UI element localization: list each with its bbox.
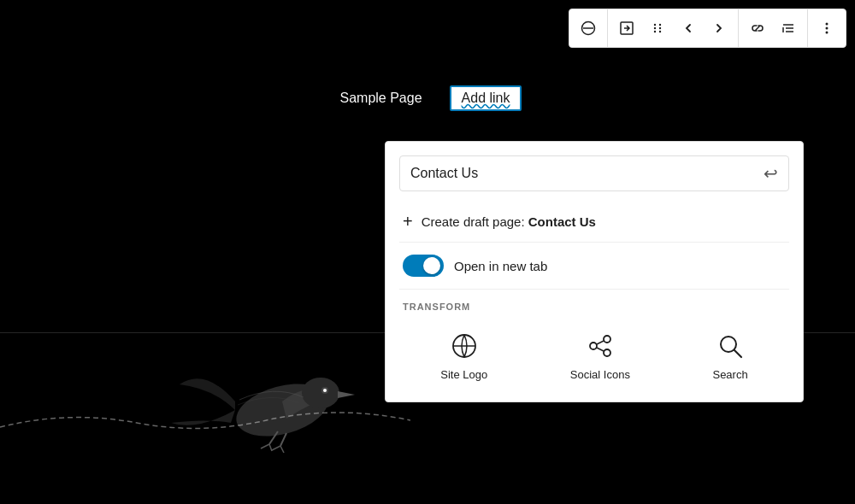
open-in-new-tab-toggle[interactable] (403, 255, 444, 277)
search-label: Search (712, 368, 747, 381)
site-logo-label: Site Logo (440, 368, 487, 381)
nav-bar: Sample Page Add link (0, 85, 855, 111)
svg-line-8 (272, 446, 280, 450)
toolbar-group-more (808, 9, 846, 47)
transform-title: TRANSFORM (403, 302, 786, 312)
url-search-input[interactable] (410, 166, 764, 181)
next-button[interactable] (704, 9, 734, 47)
popup-panel: ↩ + Create draft page: Contact Us Open i… (385, 141, 804, 402)
svg-line-5 (261, 444, 269, 448)
svg-point-27 (604, 336, 610, 343)
social-icons-label: Social Icons (570, 368, 630, 381)
nav-item-sample-page[interactable]: Sample Page (333, 87, 429, 109)
link-button[interactable] (742, 9, 773, 47)
create-draft-row[interactable]: + Create draft page: Contact Us (399, 202, 789, 243)
svg-point-24 (826, 32, 828, 34)
bird-illustration (154, 299, 410, 470)
site-logo-icon (449, 331, 480, 361)
plus-icon: + (403, 212, 413, 231)
transform-items: Site Logo Social Icons (403, 324, 786, 388)
svg-point-22 (826, 23, 828, 26)
more-button[interactable] (811, 9, 842, 47)
nav-item-add-link[interactable]: Add link (450, 85, 522, 111)
transform-section: TRANSFORM Site Logo (399, 290, 789, 388)
svg-point-17 (654, 31, 656, 32)
indent-button[interactable] (773, 9, 804, 47)
submit-icon: ↩ (764, 163, 778, 184)
social-icons-icon (585, 331, 616, 361)
transform-item-social-icons[interactable]: Social Icons (550, 324, 651, 388)
create-draft-label: Create draft page: Contact Us (422, 214, 596, 229)
toggle-row: Open in new tab (399, 243, 789, 290)
disable-button[interactable] (573, 9, 604, 47)
submit-button[interactable]: ↩ (764, 163, 778, 184)
svg-point-28 (590, 343, 597, 349)
toolbar (569, 9, 846, 48)
svg-point-29 (604, 349, 610, 356)
svg-line-9 (280, 446, 284, 453)
toggle-label: Open in new tab (454, 259, 547, 273)
drag-button[interactable] (642, 9, 673, 47)
svg-point-14 (659, 24, 661, 26)
svg-point-15 (654, 27, 656, 29)
transform-item-search[interactable]: Search (692, 324, 768, 388)
svg-line-33 (734, 350, 741, 357)
search-icon (715, 331, 746, 361)
svg-line-6 (269, 444, 272, 451)
svg-point-3 (323, 389, 327, 392)
toolbar-group-disable (569, 9, 608, 47)
toolbar-group-block (608, 9, 739, 47)
toolbar-group-link (739, 9, 808, 47)
svg-line-30 (597, 341, 604, 344)
svg-point-23 (826, 27, 828, 30)
dashed-path (0, 401, 410, 436)
svg-point-13 (654, 24, 656, 26)
replace-button[interactable] (611, 9, 642, 47)
search-input-row: ↩ (399, 155, 789, 191)
svg-point-18 (659, 31, 661, 32)
svg-point-16 (659, 27, 661, 29)
toggle-thumb (423, 257, 440, 274)
svg-line-31 (597, 348, 604, 351)
transform-item-site-logo[interactable]: Site Logo (420, 324, 508, 388)
prev-button[interactable] (673, 9, 704, 47)
